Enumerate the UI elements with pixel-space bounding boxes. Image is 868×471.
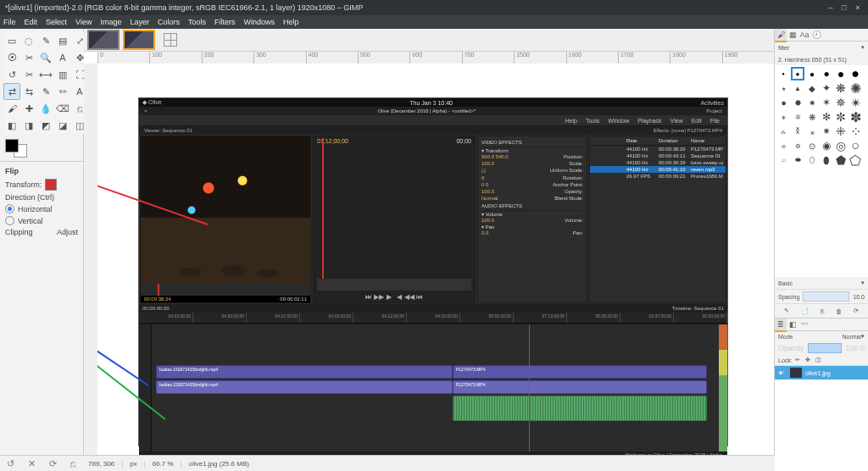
tool-3[interactable]: ▤ — [54, 32, 71, 49]
brush-preset[interactable]: ● — [805, 67, 819, 80]
layer-item-active[interactable]: 👁 olive1.jpg — [775, 366, 868, 380]
brush-preset[interactable]: ⁑ — [791, 125, 804, 138]
brush-del-icon[interactable]: 🗑 — [836, 308, 842, 314]
tool-11[interactable]: ✂ — [20, 66, 37, 83]
menu-image[interactable]: Image — [100, 18, 121, 26]
spacing-slider[interactable] — [803, 291, 849, 302]
brush-preset[interactable]: ⁜ — [834, 125, 848, 138]
brush-edit-icon[interactable]: ✎ — [784, 308, 789, 314]
fg-bg-swatch[interactable] — [5, 139, 27, 158]
brush-preset[interactable]: ◉ — [820, 139, 833, 152]
reset-icon[interactable]: ⎌ — [70, 458, 76, 468]
menu-view[interactable]: View — [75, 18, 92, 26]
brush-preset[interactable]: ○ — [849, 139, 862, 152]
brush-preset[interactable]: ● — [776, 67, 790, 80]
menu-layer[interactable]: Layer — [130, 18, 149, 26]
brush-preset[interactable]: ✼ — [834, 110, 848, 124]
brush-preset[interactable]: ⁎ — [805, 125, 819, 138]
brush-preset[interactable]: ⁘ — [849, 125, 862, 138]
brush-refresh-icon[interactable]: ⟳ — [854, 308, 859, 314]
tool-21[interactable]: ✚ — [20, 100, 37, 117]
tool-15[interactable]: ⇄ — [3, 83, 20, 100]
brush-preset[interactable]: ⬯ — [805, 153, 819, 167]
tool-10[interactable]: ↺ — [3, 66, 20, 83]
lock-position-icon[interactable]: ✥ — [805, 357, 810, 363]
brush-preset[interactable]: ● — [849, 67, 862, 80]
brushes-tab-icon[interactable]: 🖌 — [775, 29, 787, 42]
brush-preset[interactable]: ⬮ — [820, 153, 833, 167]
status-zoom[interactable]: 66.7 % — [153, 460, 174, 468]
brush-preset[interactable]: ✶ — [820, 96, 833, 109]
tool-0[interactable]: ▭ — [3, 32, 20, 49]
paths-tab-icon[interactable]: 〰 — [798, 319, 810, 330]
brush-preset[interactable]: ❋ — [834, 81, 848, 95]
brush-preset[interactable]: ⬟ — [834, 153, 848, 167]
fg-color[interactable] — [5, 139, 19, 152]
menu-file[interactable]: File — [3, 18, 16, 26]
brush-new-icon[interactable]: 📄 — [801, 308, 809, 314]
window-close-button[interactable]: × — [853, 3, 863, 12]
brush-preset[interactable]: ◆ — [805, 81, 819, 95]
tool-27[interactable]: ◩ — [37, 117, 54, 134]
radio-vertical[interactable] — [5, 216, 14, 225]
brush-preset[interactable]: ⬭ — [776, 153, 790, 167]
menu-help[interactable]: Help — [283, 18, 299, 26]
fonts-tab-icon[interactable]: Aa — [798, 29, 810, 41]
window-minimize-button[interactable]: – — [826, 3, 836, 12]
brush-dup-icon[interactable]: ⎘ — [821, 308, 824, 314]
brush-preset[interactable]: ❊ — [791, 110, 804, 124]
transform-target-icon[interactable] — [45, 179, 57, 191]
tool-18[interactable]: ✏ — [54, 83, 71, 100]
brush-preset[interactable]: ⊛ — [776, 139, 790, 152]
history-tab-icon[interactable]: 🕘 — [810, 29, 822, 41]
patterns-tab-icon[interactable]: ▦ — [787, 29, 798, 41]
brush-preset[interactable]: ✵ — [834, 96, 848, 109]
brush-preset[interactable]: ◎ — [834, 139, 848, 152]
tool-25[interactable]: ◧ — [3, 117, 20, 134]
brush-preset[interactable]: ❋ — [805, 110, 819, 124]
brush-preset[interactable]: ⁕ — [820, 125, 833, 138]
window-maximize-button[interactable]: □ — [839, 3, 849, 12]
lock-pixels-icon[interactable]: ✏ — [795, 357, 800, 363]
brush-preset[interactable]: ⬠ — [849, 153, 862, 167]
brush-preset[interactable]: ⬢ — [776, 96, 790, 109]
brush-preset[interactable]: ⬬ — [791, 153, 804, 167]
brush-filter[interactable]: filter — [778, 45, 861, 51]
single-window-toggle-icon[interactable] — [164, 33, 177, 47]
tool-13[interactable]: ▥ — [54, 66, 71, 83]
image-tab-1[interactable] — [87, 30, 120, 50]
opacity-slider[interactable] — [808, 343, 843, 353]
layers-tab-icon[interactable]: ≣ — [775, 319, 787, 332]
image-tab-2-active[interactable] — [123, 30, 155, 50]
brush-preset[interactable]: ● — [791, 67, 804, 80]
tool-5[interactable]: ⦿ — [3, 49, 20, 66]
brush-preset[interactable]: ● — [834, 67, 848, 80]
brush-preset[interactable]: ⁂ — [776, 125, 790, 138]
brush-preset[interactable]: ✷ — [805, 96, 819, 109]
brush-preset[interactable]: ✴ — [849, 96, 862, 109]
tool-1[interactable]: ◌ — [20, 32, 37, 49]
tool-12[interactable]: ⟷ — [37, 66, 54, 83]
brush-preset[interactable]: ● — [820, 67, 833, 80]
tool-17[interactable]: ✎ — [37, 83, 54, 100]
brush-preset[interactable]: ✻ — [820, 110, 833, 124]
brush-preset[interactable]: ✽ — [849, 110, 862, 124]
undo-history-icon[interactable]: ↺ — [7, 458, 14, 469]
menu-windows[interactable]: Windows — [243, 18, 275, 26]
brush-preset[interactable]: ❉ — [776, 110, 790, 124]
brush-preset[interactable]: ⬣ — [791, 96, 804, 109]
radio-horizontal[interactable] — [5, 204, 14, 213]
mode-value[interactable]: Normal — [793, 334, 861, 340]
brush-preset[interactable]: ▲ — [791, 81, 804, 95]
tool-7[interactable]: 🔍 — [37, 49, 54, 66]
menu-select[interactable]: Select — [46, 18, 67, 26]
menu-filters[interactable]: Filters — [214, 18, 236, 26]
tool-26[interactable]: ◨ — [20, 117, 37, 134]
lock-alpha-icon[interactable]: ◫ — [815, 357, 821, 363]
channels-tab-icon[interactable]: ◧ — [787, 319, 798, 330]
menu-edit[interactable]: Edit — [25, 18, 38, 26]
brush-preset[interactable]: ⊚ — [791, 139, 804, 152]
tool-16[interactable]: ⇆ — [20, 83, 37, 100]
eye-icon[interactable]: 👁 — [778, 370, 787, 376]
status-unit[interactable]: px — [130, 460, 136, 468]
